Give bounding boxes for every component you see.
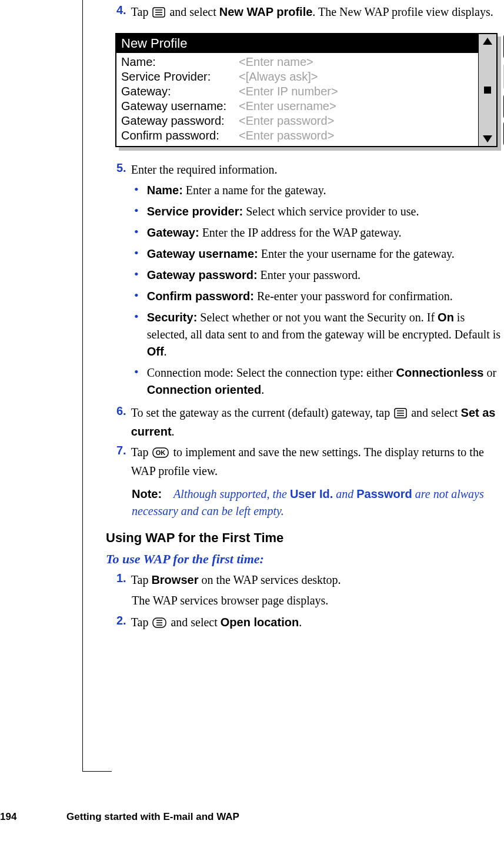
profile-field-label: Service Provider: — [121, 70, 239, 84]
list-item: •Connection mode: Select the connection … — [134, 364, 504, 398]
text: Although supported, the — [173, 487, 290, 500]
profile-field-label: Gateway username: — [121, 99, 239, 113]
bullet-icon: • — [134, 245, 139, 263]
list-item: •Gateway username: Enter the your userna… — [134, 245, 504, 263]
step-4: 4. Tap and select New WAP profile. The N… — [116, 4, 504, 22]
text: To set the gateway as the current (defau… — [131, 406, 393, 419]
profile-field-value[interactable]: <Enter name> — [239, 55, 473, 69]
scroll-thumb-icon[interactable] — [484, 87, 491, 94]
menu-icon — [394, 406, 407, 423]
page-footer: 194 Getting started with E-mail and WAP — [0, 811, 504, 823]
text: Re-enter your password for confirmation. — [254, 290, 453, 303]
heading-using-wap: Using WAP for the First Time — [106, 530, 504, 546]
svg-text:OK: OK — [156, 449, 166, 456]
profile-field-value[interactable]: <Enter password> — [239, 129, 473, 142]
text: Enter the your username for the gateway. — [258, 247, 455, 260]
text: Enter a name for the gateway. — [183, 184, 326, 197]
bullet-icon: • — [134, 267, 139, 284]
bullet-icon: • — [134, 182, 139, 199]
margin-rule-vertical — [82, 0, 83, 771]
list-item: •Service provider: Select which service … — [134, 203, 504, 220]
text: Tap — [131, 616, 152, 629]
text: Select which service provider to use. — [243, 205, 419, 218]
text-bold: Off — [147, 345, 164, 358]
text-bold: Connection oriented — [147, 383, 261, 396]
step-6-number: 6. — [116, 404, 126, 440]
text: Tap — [131, 446, 152, 459]
text: Tap — [131, 5, 152, 18]
firsttime-step-1-number: 1. — [116, 572, 126, 589]
chapter-title: Getting started with E-mail and WAP — [66, 811, 239, 822]
profile-field-label: Name: — [121, 55, 239, 69]
text: . — [261, 383, 264, 396]
step-4-body: Tap and select New WAP profile. The New … — [131, 4, 504, 22]
text-bold: New WAP profile — [219, 5, 313, 18]
step-6: 6. To set the gateway as the current (de… — [116, 404, 504, 440]
text: and select — [408, 406, 460, 419]
text: and — [333, 487, 356, 500]
note-block: Note: Although supported, the User Id. a… — [132, 486, 504, 520]
firsttime-step-1-sub: The WAP services browser page displays. — [132, 592, 504, 609]
note-body: Although supported, the User Id. and Pas… — [132, 487, 484, 517]
text-bold: On — [438, 311, 454, 324]
text: Connection mode: Select the connection t… — [147, 366, 396, 379]
text: to implement and save the new settings. … — [131, 446, 484, 477]
ok-icon: OK — [152, 446, 169, 463]
page-number: 194 — [0, 811, 16, 823]
list-item: •Security: Select whether or not you wan… — [134, 309, 504, 360]
scroll-down-icon[interactable] — [483, 135, 492, 142]
text: or — [483, 366, 496, 379]
text: Enter your password. — [258, 268, 361, 281]
step-5-number: 5. — [116, 161, 126, 178]
text-bold: Gateway: — [147, 226, 199, 239]
profile-field-value[interactable]: <[Always ask]> — [239, 70, 473, 84]
text-bold: Name: — [147, 184, 183, 197]
list-item: •Confirm password: Re-enter your passwor… — [134, 288, 504, 305]
bullet-icon: • — [134, 309, 139, 360]
text-bold: Open location — [221, 616, 299, 629]
text: and select — [168, 616, 220, 629]
firsttime-step-2-number: 2. — [116, 614, 126, 633]
list-item: •Gateway password: Enter your password. — [134, 267, 504, 284]
profile-field-value[interactable]: <Enter username> — [239, 99, 473, 113]
step-7-body: Tap OK to implement and save the new set… — [131, 444, 504, 480]
bullet-list: •Name: Enter a name for the gateway.•Ser… — [134, 182, 504, 398]
profile-field-value[interactable]: <Enter IP number> — [239, 85, 473, 98]
subheading-first-time: To use WAP for the first time: — [106, 552, 504, 567]
text: . The New WAP profile view displays. — [312, 5, 493, 18]
step-4-number: 4. — [116, 4, 126, 22]
firsttime-step-1-body: Tap Browser on the WAP services desktop. — [131, 572, 504, 589]
text-bold: User Id. — [290, 487, 333, 500]
text-bold: Gateway password: — [147, 268, 258, 281]
profile-field-label: Confirm password: — [121, 129, 239, 142]
text: . — [299, 616, 302, 629]
text-bold: Browser — [151, 573, 198, 586]
bullet-icon: • — [134, 224, 139, 241]
bullet-icon: • — [134, 288, 139, 305]
menu-icon — [152, 616, 166, 633]
text: Enter the IP address for the WAP gateway… — [199, 226, 402, 239]
text: . — [172, 425, 175, 438]
list-item: •Gateway: Enter the IP address for the W… — [134, 224, 504, 241]
text-bold: Gateway username: — [147, 247, 258, 260]
menu-icon — [152, 5, 165, 22]
firsttime-step-2: 2. Tap and select Open location. — [116, 614, 504, 633]
profile-field-label: Gateway password: — [121, 114, 239, 128]
step-6-body: To set the gateway as the current (defau… — [131, 404, 504, 440]
profile-title: New Profile — [116, 34, 478, 53]
bullet-icon: • — [134, 364, 139, 398]
text-bold: Connectionless — [396, 366, 483, 379]
profile-field-value[interactable]: <Enter password> — [239, 114, 473, 128]
step-7-number: 7. — [116, 444, 126, 480]
note-label: Note: — [132, 487, 162, 500]
step-7: 7. Tap OK to implement and save the new … — [116, 444, 504, 480]
firsttime-step-2-body: Tap and select Open location. — [131, 614, 504, 633]
scrollbar[interactable] — [478, 34, 496, 146]
new-profile-diagram: New Profile Name:<Enter name>Service Pro… — [115, 33, 498, 147]
scroll-up-icon[interactable] — [483, 38, 492, 45]
text: on the WAP services desktop. — [198, 573, 341, 586]
firsttime-step-1: 1. Tap Browser on the WAP services deskt… — [116, 572, 504, 589]
text-bold: Password — [356, 487, 412, 500]
text: Select whether or not you want the Secur… — [197, 311, 438, 324]
text-bold: Security: — [147, 311, 198, 324]
